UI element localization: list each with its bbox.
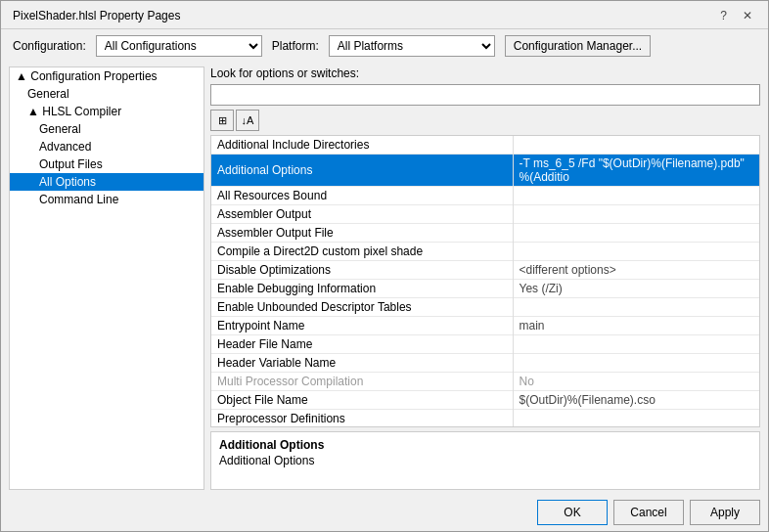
table-row[interactable]: All Resources Bound	[211, 187, 759, 205]
description-title: Additional Options	[219, 438, 751, 452]
sidebar-item-output-files[interactable]: Output Files	[10, 155, 204, 173]
dialog-title: PixelShader.hlsl Property Pages	[13, 9, 180, 22]
sidebar-item-hlsl-compiler[interactable]: ▲ HLSL Compiler	[10, 103, 204, 120]
table-row[interactable]: Enable Debugging InformationYes (/Zi)	[211, 280, 759, 298]
sidebar-item-general[interactable]: General	[10, 85, 204, 103]
ok-button[interactable]: OK	[537, 500, 608, 525]
table-row[interactable]: Assembler Output	[211, 205, 759, 224]
alphabetical-button[interactable]: ↓A	[236, 110, 259, 131]
search-label: Look for options or switches:	[210, 66, 760, 80]
sidebar-item-command-line[interactable]: Command Line	[10, 191, 204, 208]
table-row[interactable]: Entrypoint Namemain	[211, 317, 759, 335]
table-row[interactable]: Object File Name$(OutDir)%(Filename).cso	[211, 391, 759, 410]
configuration-select[interactable]: All Configurations	[96, 35, 262, 57]
title-bar-controls: ? ✕	[716, 9, 756, 22]
description-text: Additional Options	[219, 454, 751, 467]
table-row[interactable]: Assembler Output File	[211, 224, 759, 243]
table-row[interactable]: Header File Name	[211, 335, 759, 354]
toolbar-row: ⊞ ↓A	[210, 110, 760, 131]
table-row[interactable]: Header Variable Name	[211, 354, 759, 373]
right-panel: Look for options or switches: ⊞ ↓A Addit…	[210, 66, 760, 490]
config-row: Configuration: All Configurations Platfo…	[1, 29, 768, 63]
button-row: OK Cancel Apply	[1, 494, 768, 531]
close-button[interactable]: ✕	[739, 9, 756, 22]
table-row[interactable]: Compile a Direct2D custom pixel shade	[211, 243, 759, 261]
config-label: Configuration:	[13, 39, 86, 53]
apply-button[interactable]: Apply	[690, 500, 760, 525]
table-row[interactable]: Disable Optimizations<different options>	[211, 261, 759, 280]
search-input[interactable]	[210, 84, 760, 106]
sidebar-item-all-options[interactable]: All Options	[10, 173, 204, 191]
cancel-button[interactable]: Cancel	[613, 500, 684, 525]
platform-label: Platform:	[272, 39, 319, 53]
search-section: Look for options or switches:	[210, 66, 760, 106]
description-section: Additional Options Additional Options	[210, 431, 760, 490]
config-manager-button[interactable]: Configuration Manager...	[505, 35, 651, 57]
categorized-button[interactable]: ⊞	[210, 110, 234, 131]
table-row[interactable]: Additional Options-T ms_6_5 /Fd "$(OutDi…	[211, 155, 759, 187]
table-row[interactable]: Preprocessor Definitions	[211, 410, 759, 428]
main-content: ▲ Configuration Properties General▲ HLSL…	[1, 63, 768, 494]
table-row[interactable]: Multi Processor CompilationNo	[211, 373, 759, 391]
help-button[interactable]: ?	[716, 9, 731, 22]
property-pages-dialog: PixelShader.hlsl Property Pages ? ✕ Conf…	[0, 0, 769, 532]
sidebar-item-hlsl-general[interactable]: General	[10, 120, 204, 138]
sidebar-item-advanced[interactable]: Advanced	[10, 138, 204, 155]
sidebar: ▲ Configuration Properties General▲ HLSL…	[9, 66, 204, 490]
sidebar-item-config-props[interactable]: ▲ Configuration Properties	[10, 67, 204, 85]
title-bar: PixelShader.hlsl Property Pages ? ✕	[1, 1, 768, 29]
platform-select[interactable]: All Platforms	[329, 35, 495, 57]
table-row[interactable]: Additional Include Directories	[211, 136, 759, 155]
table-row[interactable]: Enable Unbounded Descriptor Tables	[211, 298, 759, 317]
options-table[interactable]: Additional Include DirectoriesAdditional…	[210, 135, 760, 427]
